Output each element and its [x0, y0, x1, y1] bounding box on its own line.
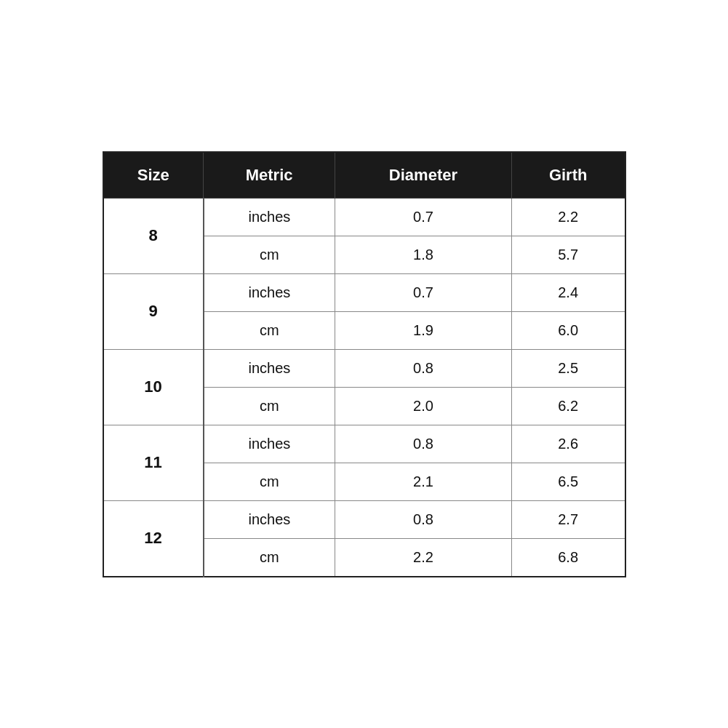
size-cell: 8 [103, 198, 204, 273]
girth-cell: 2.4 [511, 273, 625, 311]
table-row: 8inches0.72.2 [103, 198, 625, 236]
table-row: 11inches0.82.6 [103, 425, 625, 463]
size-cell: 12 [103, 500, 204, 577]
header-metric: Metric [204, 152, 335, 199]
diameter-cell: 0.7 [335, 273, 512, 311]
girth-cell: 2.7 [511, 500, 625, 538]
header-size: Size [103, 152, 204, 199]
metric-cell: inches [204, 349, 335, 387]
size-cell: 11 [103, 425, 204, 500]
metric-cell: inches [204, 500, 335, 538]
diameter-cell: 2.1 [335, 463, 512, 500]
table-row: 10inches0.82.5 [103, 349, 625, 387]
diameter-cell: 0.7 [335, 198, 512, 236]
girth-cell: 6.0 [511, 311, 625, 349]
diameter-cell: 0.8 [335, 349, 512, 387]
metric-cell: inches [204, 425, 335, 463]
table-header-row: Size Metric Diameter Girth [103, 152, 625, 199]
diameter-cell: 0.8 [335, 425, 512, 463]
size-cell: 10 [103, 349, 204, 425]
diameter-cell: 2.2 [335, 538, 512, 577]
metric-cell: cm [204, 236, 335, 273]
size-chart-table: Size Metric Diameter Girth 8inches0.72.2… [103, 151, 626, 577]
metric-cell: cm [204, 463, 335, 500]
table-row: 9inches0.72.4 [103, 273, 625, 311]
girth-cell: 2.2 [511, 198, 625, 236]
metric-cell: cm [204, 311, 335, 349]
metric-cell: cm [204, 538, 335, 577]
girth-cell: 6.8 [511, 538, 625, 577]
header-diameter: Diameter [335, 152, 512, 199]
metric-cell: inches [204, 198, 335, 236]
metric-cell: inches [204, 273, 335, 311]
metric-cell: cm [204, 387, 335, 425]
diameter-cell: 1.8 [335, 236, 512, 273]
girth-cell: 5.7 [511, 236, 625, 273]
girth-cell: 6.5 [511, 463, 625, 500]
table-container: Size Metric Diameter Girth 8inches0.72.2… [103, 151, 626, 577]
girth-cell: 2.5 [511, 349, 625, 387]
diameter-cell: 2.0 [335, 387, 512, 425]
diameter-cell: 0.8 [335, 500, 512, 538]
size-cell: 9 [103, 273, 204, 349]
table-row: 12inches0.82.7 [103, 500, 625, 538]
diameter-cell: 1.9 [335, 311, 512, 349]
girth-cell: 6.2 [511, 387, 625, 425]
girth-cell: 2.6 [511, 425, 625, 463]
header-girth: Girth [511, 152, 625, 199]
